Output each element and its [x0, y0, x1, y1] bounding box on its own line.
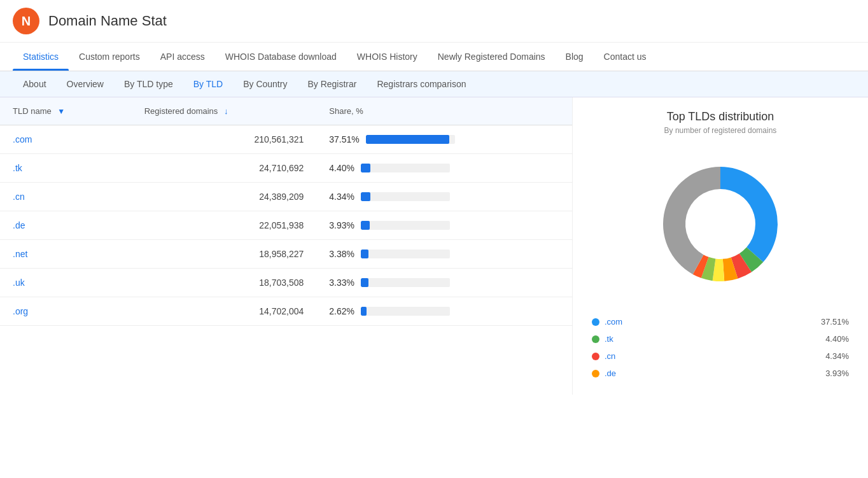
chart-section: Top TLDs distribution By number of regis… — [573, 97, 868, 395]
share-label: 3.33% — [329, 278, 354, 288]
sub-nav-item-by-tld[interactable]: By TLD — [183, 71, 233, 97]
tld-link[interactable]: .de — [13, 220, 25, 230]
legend-dot — [592, 353, 599, 360]
share-bar — [361, 221, 370, 230]
share-cell: 3.33% — [316, 269, 572, 297]
domains-count: 24,389,209 — [132, 183, 317, 211]
share-label: 2.62% — [329, 306, 354, 316]
share-cell: 4.34% — [316, 183, 572, 211]
table-row: .org14,702,0042.62% — [0, 297, 572, 326]
table-row: .de22,051,9383.93% — [0, 211, 572, 240]
app-title: Domain Name Stat — [48, 13, 167, 29]
share-cell: 4.40% — [316, 154, 572, 183]
domains-count: 14,702,004 — [132, 297, 317, 326]
sub-nav-item-registrars-comparison[interactable]: Registrars comparison — [367, 71, 476, 97]
share-cell: 2.62% — [316, 297, 572, 326]
legend-dot — [592, 335, 599, 343]
tld-link[interactable]: .tk — [13, 163, 22, 173]
legend-item-.cn: .cn4.34% — [592, 348, 849, 365]
legend-tld-label[interactable]: .de — [605, 369, 630, 378]
share-bar — [361, 278, 368, 287]
share-bar — [361, 192, 370, 201]
domains-count: 24,710,692 — [132, 154, 317, 183]
legend-dot — [592, 370, 599, 377]
share-bar-container — [361, 250, 450, 258]
domains-count: 210,561,321 — [132, 125, 317, 154]
legend-item-.de: .de3.93% — [592, 365, 849, 382]
legend-pct-value: 4.40% — [825, 334, 849, 344]
share-bar-container — [361, 164, 450, 172]
col-tld-name: TLD name ▼ — [0, 97, 132, 125]
chart-legend: .com37.51%.tk4.40%.cn4.34%.de3.93% — [592, 313, 849, 382]
main-nav-item-custom-reports[interactable]: Custom reports — [69, 43, 150, 71]
sub-nav-item-overview[interactable]: Overview — [57, 71, 114, 97]
tld-link[interactable]: .uk — [13, 278, 25, 288]
sub-nav-item-about[interactable]: About — [13, 71, 57, 97]
chart-subtitle: By number of registered domains — [664, 126, 777, 135]
share-label: 4.40% — [329, 163, 354, 173]
legend-item-.com: .com37.51% — [592, 313, 849, 330]
main-nav-item-api-access[interactable]: API access — [150, 43, 215, 71]
sub-nav-item-by-country[interactable]: By Country — [233, 71, 297, 97]
legend-tld-label[interactable]: .cn — [605, 351, 630, 361]
share-bar-container — [361, 192, 450, 201]
table-row: .cn24,389,2094.34% — [0, 183, 572, 211]
sort-icon: ↓ — [224, 106, 228, 116]
sub-nav-item-by-registrar[interactable]: By Registrar — [297, 71, 367, 97]
sub-nav: AboutOverviewBy TLD typeBy TLDBy Country… — [0, 71, 868, 97]
share-cell: 3.38% — [316, 240, 572, 269]
share-label: 3.38% — [329, 249, 354, 259]
share-label: 4.34% — [329, 192, 354, 202]
table-row: .net18,958,2273.38% — [0, 240, 572, 269]
share-bar — [361, 307, 367, 316]
share-bar — [366, 135, 449, 144]
tld-link[interactable]: .com — [13, 134, 32, 144]
tld-table: TLD name ▼ Registered domains ↓ Share, %… — [0, 97, 572, 326]
header: N Domain Name Stat — [0, 0, 868, 43]
app-logo: N — [13, 8, 39, 34]
main-nav-item-whois-history[interactable]: WHOIS History — [347, 43, 428, 71]
share-cell: 37.51% — [316, 125, 572, 154]
share-bar — [361, 250, 368, 258]
tld-link[interactable]: .net — [13, 249, 27, 259]
legend-tld-label[interactable]: .tk — [605, 334, 630, 344]
legend-pct-value: 4.34% — [825, 351, 849, 361]
donut-chart — [644, 148, 797, 300]
main-nav: StatisticsCustom reportsAPI accessWHOIS … — [0, 43, 868, 71]
table-row: .uk18,703,5083.33% — [0, 269, 572, 297]
share-bar-container — [361, 221, 450, 230]
legend-tld-label[interactable]: .com — [605, 317, 630, 327]
main-nav-item-blog[interactable]: Blog — [556, 43, 594, 71]
share-cell: 3.93% — [316, 211, 572, 240]
main-nav-item-newly-registered[interactable]: Newly Registered Domains — [428, 43, 556, 71]
share-bar — [361, 164, 370, 172]
sub-nav-item-by-tld-type[interactable]: By TLD type — [114, 71, 183, 97]
share-bar-container — [366, 135, 455, 144]
main-nav-item-whois-db[interactable]: WHOIS Database download — [215, 43, 347, 71]
col-share: Share, % — [316, 97, 572, 125]
domains-count: 22,051,938 — [132, 211, 317, 240]
tld-link[interactable]: .org — [13, 306, 28, 316]
legend-dot — [592, 318, 599, 326]
share-bar-container — [361, 307, 450, 316]
tld-link[interactable]: .cn — [13, 192, 25, 202]
chart-title: Top TLDs distribution — [667, 110, 774, 123]
domains-count: 18,703,508 — [132, 269, 317, 297]
share-label: 3.93% — [329, 220, 354, 230]
filter-icon[interactable]: ▼ — [57, 107, 65, 116]
table-section: TLD name ▼ Registered domains ↓ Share, %… — [0, 97, 573, 395]
main-nav-item-statistics[interactable]: Statistics — [13, 43, 69, 71]
table-row: .tk24,710,6924.40% — [0, 154, 572, 183]
legend-pct-value: 37.51% — [821, 317, 849, 327]
content-area: TLD name ▼ Registered domains ↓ Share, %… — [0, 97, 868, 395]
table-row: .com210,561,32137.51% — [0, 125, 572, 154]
legend-pct-value: 3.93% — [825, 369, 849, 378]
domains-count: 18,958,227 — [132, 240, 317, 269]
legend-item-.tk: .tk4.40% — [592, 330, 849, 348]
share-bar-container — [361, 278, 450, 287]
share-label: 37.51% — [329, 134, 359, 144]
donut-segment-.com — [720, 167, 778, 262]
col-registered-domains[interactable]: Registered domains ↓ — [132, 97, 317, 125]
main-nav-item-contact[interactable]: Contact us — [594, 43, 657, 71]
